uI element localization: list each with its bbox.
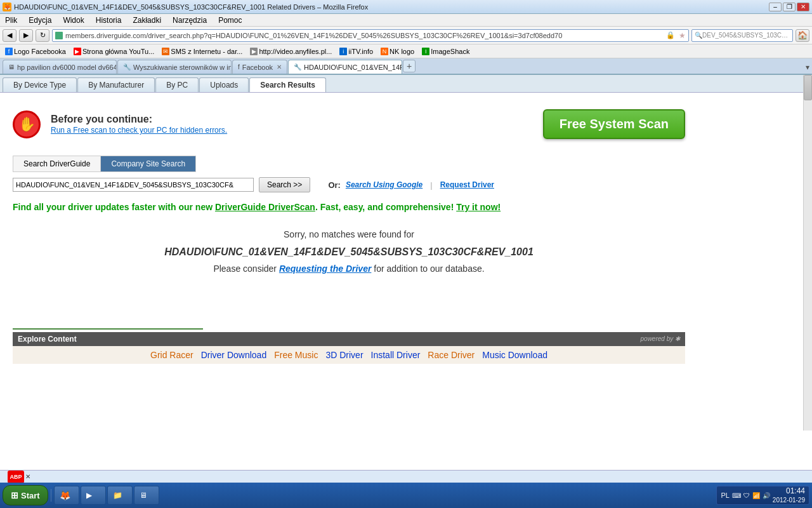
- tab-1-icon: 🖥: [8, 64, 15, 70]
- system-tray: PL ⌨ 🛡 📶 🔊 01:44 2012-01-29: [716, 486, 809, 505]
- forward-button[interactable]: ▶: [19, 29, 33, 42]
- explore-link-3d-driver[interactable]: 3D Driver: [325, 350, 363, 360]
- explore-link-install-driver[interactable]: Install Driver: [371, 350, 421, 360]
- taskbar-btn-firefox[interactable]: 🦊: [54, 486, 79, 505]
- search-row: Search >> Or: Search Using Google | Requ…: [13, 177, 685, 192]
- free-system-scan-button[interactable]: Free System Scan: [543, 109, 685, 139]
- search-button[interactable]: Search >>: [259, 177, 310, 192]
- bookmark-youtube[interactable]: ▶ Strona główna YouTu...: [71, 47, 157, 56]
- menu-historia[interactable]: Historia: [93, 15, 124, 25]
- bookmark-nk[interactable]: N NK logo: [378, 47, 417, 56]
- menu-pomoc[interactable]: Pomoc: [216, 15, 244, 25]
- new-tab-button[interactable]: +: [403, 60, 416, 72]
- title-bar-left: 🦊 HDAUDIO\FUNC_01&VEN_14F1&DEV_5045&SUBS…: [3, 3, 368, 11]
- scan-subtext-link[interactable]: Run a Free scan to check your PC for hid…: [51, 126, 227, 135]
- start-button[interactable]: ⊞ Start: [3, 485, 48, 505]
- site-favicon: [55, 32, 63, 39]
- tab-2[interactable]: 🔧 Wyszukiwanie sterowników w interne... …: [117, 60, 232, 74]
- taskbar-btn-files[interactable]: 📁: [107, 486, 133, 505]
- system-clock: 01:44 2012-01-29: [773, 486, 805, 505]
- reload-button[interactable]: ↻: [36, 29, 49, 42]
- tabs-bar: 🖥 hp pavilion dv6000 model dv6640ew ... …: [0, 58, 812, 75]
- subnav-by-pc[interactable]: By PC: [155, 77, 199, 92]
- home-button[interactable]: 🏠: [796, 29, 809, 42]
- tab-3-icon: f: [238, 64, 240, 70]
- adblock-icon[interactable]: ABP: [8, 471, 24, 483]
- tab-1-label: hp pavilion dv6000 model dv6640ew ...: [17, 64, 117, 71]
- ssl-icon: 🔒: [666, 31, 675, 39]
- files-task-icon: 📁: [113, 491, 122, 500]
- search-using-google-link[interactable]: Search Using Google: [346, 180, 422, 189]
- maximize-button[interactable]: ❐: [783, 3, 796, 11]
- tab-2-label: Wyszukiwanie sterowników w interne...: [133, 64, 232, 71]
- or-label: Or:: [328, 180, 341, 190]
- tab-dropdown-button[interactable]: ▾: [806, 63, 809, 72]
- explore-link-race-driver[interactable]: Race Driver: [428, 350, 475, 360]
- before-text: Before you continue: Run a Free scan to …: [51, 114, 533, 135]
- video-bm-icon: ▶: [250, 48, 258, 55]
- bookmark-facebook[interactable]: f Logo Facebooka: [3, 47, 69, 56]
- search-input[interactable]: [13, 178, 254, 192]
- page-inner: ✋ Before you continue: Run a Free scan t…: [0, 93, 698, 374]
- clock-time: 01:44: [773, 486, 805, 497]
- scrollbar-track[interactable]: [803, 75, 812, 431]
- search-company-site-tab[interactable]: Company Site Search: [101, 156, 195, 171]
- tab-4-label: HDAUDIO\FUNC_01&VEN_14F1&DEV...: [304, 64, 402, 71]
- adblock-label: ✕: [25, 473, 30, 480]
- facebook-bm-icon: f: [5, 48, 13, 55]
- tab-3-close[interactable]: ✕: [277, 64, 282, 70]
- address-search-text: DEV_5045&SUBSYS_103C30CF&REV_1001: [702, 32, 790, 39]
- menu-zakladki[interactable]: Zakładki: [130, 15, 164, 25]
- explore-label: Explore Content: [18, 335, 77, 344]
- pipe-separator: |: [430, 180, 432, 190]
- tab-4[interactable]: 🔧 HDAUDIO\FUNC_01&VEN_14F1&DEV... ✕: [288, 60, 402, 74]
- minimize-button[interactable]: –: [769, 3, 782, 11]
- address-search-box[interactable]: 🔍 DEV_5045&SUBSYS_103C30CF&REV_1001: [691, 29, 793, 42]
- clock-date: 2012-01-29: [773, 496, 805, 504]
- menu-widok[interactable]: Widok: [60, 15, 86, 25]
- tray-lang: PL: [721, 491, 729, 499]
- tab-1[interactable]: 🖥 hp pavilion dv6000 model dv6640ew ... …: [3, 60, 117, 74]
- taskbar-btn-media[interactable]: ▶: [81, 486, 106, 505]
- explore-link-driver-download[interactable]: Driver Download: [201, 350, 266, 360]
- bookmark-video[interactable]: ▶ http://video.anyfiles.pl...: [247, 47, 334, 56]
- menu-edycja[interactable]: Edycja: [26, 15, 54, 25]
- address-bar: ◀ ▶ ↻ members.driverguide.com/driver_sea…: [0, 27, 812, 44]
- explore-link-grid-racer[interactable]: Grid Racer: [150, 350, 193, 360]
- search-type-tabs: Search DriverGuide Company Site Search: [13, 156, 196, 172]
- menu-narzedzia[interactable]: Narzędzia: [170, 15, 209, 25]
- taskbar-btn-network[interactable]: 🖥: [134, 486, 159, 505]
- back-button[interactable]: ◀: [3, 29, 16, 42]
- content-spacer: [13, 290, 685, 328]
- url-bar[interactable]: members.driverguide.com/driver_search.ph…: [52, 29, 689, 42]
- explore-link-free-music[interactable]: Free Music: [274, 350, 318, 360]
- bookmark-imageshack[interactable]: I ImageShack: [419, 47, 472, 56]
- bookmark-sms[interactable]: ✉ SMS z Internetu - dar...: [159, 47, 245, 56]
- search-driverguide-tab[interactable]: Search DriverGuide: [13, 156, 101, 171]
- subnav-by-manufacturer[interactable]: By Manufacturer: [77, 77, 155, 92]
- driverguide-driverscam-link[interactable]: DriverGuide DriverScan: [215, 202, 315, 212]
- explore-link-music-download[interactable]: Music Download: [482, 350, 547, 360]
- no-results-query: HDAUDIO\FUNC_01&VEN_14F1&DEV_5045&SUBSYS…: [13, 243, 685, 262]
- subnav-by-device-type[interactable]: By Device Type: [3, 77, 77, 92]
- windows-logo: ⊞: [11, 490, 18, 500]
- close-button[interactable]: ✕: [797, 3, 809, 11]
- promo-section: Find all your driver updates faster with…: [13, 200, 685, 214]
- subnav-uploads[interactable]: Uploads: [199, 77, 249, 92]
- subnav-search-results[interactable]: Search Results: [249, 77, 326, 92]
- bookmark-label: NK logo: [390, 48, 414, 55]
- search-engine-icon: 🔍: [695, 32, 702, 39]
- youtube-bm-icon: ▶: [74, 48, 81, 55]
- try-it-now-link[interactable]: Try it now!: [456, 202, 501, 212]
- tab-3[interactable]: f Facebook ✕: [232, 60, 287, 74]
- menu-plik[interactable]: Plik: [3, 15, 20, 25]
- taskbar: ⊞ Start 🦊 ▶ 📁 🖥 PL ⌨ 🛡 📶 🔊 01:44 2012-01…: [0, 483, 812, 508]
- imageshack-bm-icon: I: [422, 48, 429, 55]
- request-driver-link[interactable]: Request Driver: [440, 180, 494, 189]
- window-title: HDAUDIO\FUNC_01&VEN_14F1&DEV_5045&SUBSYS…: [14, 3, 368, 11]
- bookmark-iitv[interactable]: i iiTV.info: [337, 47, 376, 56]
- bookmark-label: http://video.anyfiles.pl...: [259, 48, 332, 55]
- scrollbar-thumb[interactable]: [804, 75, 812, 100]
- requesting-driver-link[interactable]: Requesting the Driver: [279, 264, 371, 274]
- bookmark-star-icon[interactable]: ★: [679, 31, 686, 40]
